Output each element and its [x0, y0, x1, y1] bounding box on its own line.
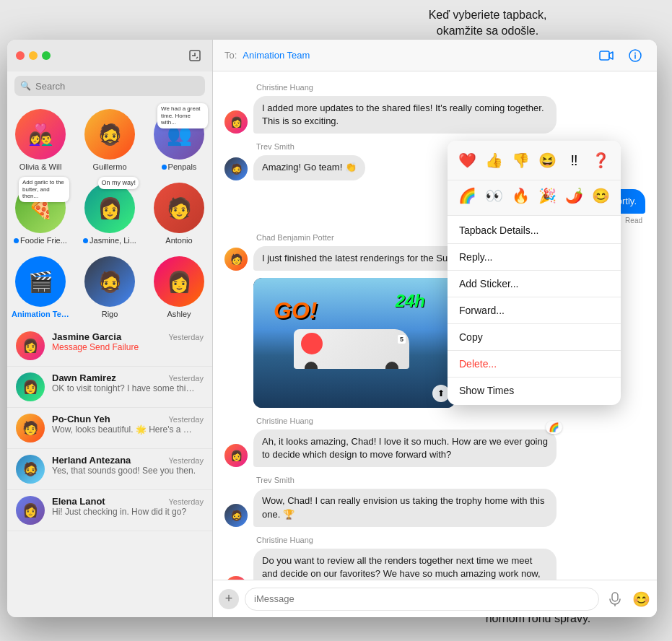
svg-rect-8: [612, 593, 618, 601]
tapback-haha[interactable]: 😆: [536, 148, 559, 173]
add-attachment-button[interactable]: +: [219, 589, 239, 609]
pinned-item-foodie[interactable]: 🍕 Add garlic to the butter, and then... …: [7, 178, 74, 249]
svg-line-3: [196, 57, 198, 58]
tapback-chili[interactable]: 🌶️: [563, 183, 585, 208]
avatar: 👩: [154, 256, 204, 307]
pinned-item-rigo[interactable]: 🧔 Rigo: [77, 252, 143, 323]
conv-name: Herland Antezana: [52, 455, 131, 466]
pinned-contacts-grid: 👩‍❤️‍👨 Olivia & Will 🧔 Guillermo 👥: [7, 102, 212, 326]
conversation-item-elena[interactable]: 👩 Elena Lanot Yesterday Hi! Just checkin…: [7, 490, 212, 531]
chat-header: To: Animation Team: [213, 40, 657, 71]
conv-info: Jasmine Garcia Yesterday Message Send Fa…: [52, 331, 204, 352]
conv-avatar: 👩: [16, 372, 45, 401]
gif-go-text: GO!: [274, 297, 317, 324]
conv-time: Yesterday: [168, 497, 204, 506]
msg-bubble[interactable]: I added more updates to the shared files…: [253, 96, 557, 134]
msg-bubble[interactable]: Amazing! Go team! 👏: [253, 155, 365, 180]
copy-item[interactable]: Copy: [448, 326, 621, 349]
tapback-eyes[interactable]: 👀: [483, 183, 505, 208]
tapback-thumbsup[interactable]: 👍: [483, 148, 505, 173]
msg-row: 👩 Do you want to review all the renders …: [224, 549, 645, 580]
menu-divider: [448, 243, 621, 244]
search-icon: 🔍: [20, 81, 31, 91]
sidebar-titlebar: [7, 40, 212, 71]
tapback-exclaim[interactable]: ‼️: [563, 148, 585, 173]
avatar-container: 🍕 Add garlic to the butter, and then...: [15, 183, 66, 233]
emoji-button[interactable]: 😊: [631, 589, 651, 609]
conv-time: Yesterday: [168, 456, 204, 465]
conversation-item-dawn[interactable]: 👩 Dawn Ramirez Yesterday OK to visit ton…: [7, 367, 212, 408]
svg-rect-4: [600, 51, 609, 60]
conv-info: Herland Antezana Yesterday Yes, that sou…: [52, 455, 204, 476]
minimize-button[interactable]: [29, 51, 38, 60]
conversation-item-pochun[interactable]: 🧑 Po-Chun Yeh Yesterday Wow, looks beaut…: [7, 408, 212, 449]
msg-bubble-container: Ah, it looks amazing, Chad! I love it so…: [253, 429, 557, 467]
msg-row: 👩 Ah, it looks amazing, Chad! I love it …: [224, 429, 645, 467]
pinned-name: Foodie Frie...: [14, 236, 67, 245]
svg-point-7: [634, 52, 636, 53]
avatar-container: 🧑: [154, 183, 204, 233]
msg-gif[interactable]: GO! 24h 5: [253, 278, 455, 408]
msg-bubble[interactable]: Ah, it looks amazing, Chad! I love it so…: [253, 429, 557, 467]
conversations-list: 👩 Jasmine Garcia Yesterday Message Send …: [7, 326, 212, 617]
compose-button[interactable]: [186, 47, 204, 64]
conv-preview: Yes, that sounds good! See you then.: [52, 466, 196, 476]
conversation-item-herland[interactable]: 🧔 Herland Antezana Yesterday Yes, that s…: [7, 449, 212, 490]
conv-preview: Hi! Just checking in. How did it go?: [52, 507, 196, 517]
tapback-question[interactable]: ❓: [590, 148, 612, 173]
speech-bubble: We had a great time. Home with...: [157, 103, 208, 128]
menu-divider: [448, 297, 621, 297]
menu-divider: [448, 270, 621, 271]
conv-preview: Message Send Failure: [52, 342, 196, 352]
tapback-thumbsdown[interactable]: 👎: [510, 148, 532, 173]
conv-time: Yesterday: [168, 415, 204, 424]
avatar: 🎬: [15, 256, 66, 307]
gif-car: 5: [294, 329, 409, 369]
msg-bubble[interactable]: Do you want to review all the renders to…: [253, 549, 557, 580]
delete-item[interactable]: Delete...: [448, 352, 621, 375]
conv-name: Dawn Ramirez: [52, 372, 116, 383]
menu-divider: [448, 377, 621, 378]
pinned-item-ashley[interactable]: 👩 Ashley: [146, 252, 212, 323]
avatar-container: 🎬: [15, 256, 66, 307]
tapback-party[interactable]: 🎉: [536, 183, 559, 208]
msg-row: 👩 I added more updates to the shared fil…: [224, 96, 645, 134]
pinned-item-jasmine-li[interactable]: 👩 On my way! Jasmine, Li...: [77, 178, 143, 249]
avatar-container: 🧔: [84, 256, 135, 307]
speech-bubble: On my way!: [98, 177, 139, 189]
pinned-item-guillermo[interactable]: 🧔 Guillermo: [77, 105, 143, 175]
close-button[interactable]: [16, 51, 25, 60]
msg-bubble[interactable]: Wow, Chad! I can really envision us taki…: [253, 489, 557, 526]
msg-sender: Trev Smith: [256, 476, 645, 484]
forward-item[interactable]: Forward...: [448, 299, 621, 322]
search-input[interactable]: [35, 81, 199, 92]
avatar: 🧔: [84, 256, 135, 307]
msg-avatar: 👩: [224, 444, 248, 467]
tapback-heart[interactable]: ❤️: [456, 148, 479, 173]
info-icon[interactable]: [625, 45, 645, 66]
pinned-item-animation-team[interactable]: 🎬 Animation Team: [7, 252, 74, 323]
tapback-rainbow[interactable]: 🌈: [456, 183, 479, 208]
tapback-fire[interactable]: 🔥: [510, 183, 532, 208]
pinned-name: Jasmine, Li...: [83, 236, 136, 245]
tapback-smiley[interactable]: 😊: [590, 183, 612, 208]
tapback-details-item[interactable]: Tapback Details...: [448, 219, 621, 242]
fullscreen-button[interactable]: [42, 51, 51, 60]
msg-avatar: 🧔: [224, 157, 248, 180]
video-call-icon[interactable]: [596, 45, 616, 66]
pinned-item-olivia-will[interactable]: 👩‍❤️‍👨 Olivia & Will: [7, 105, 74, 175]
pinned-name: Animation Team: [12, 310, 69, 318]
audio-message-button[interactable]: [605, 589, 625, 609]
gif-content: GO! 24h 5: [253, 278, 455, 408]
pinned-item-penpals[interactable]: 👥 We had a great time. Home with... Penp…: [146, 105, 212, 175]
pinned-item-antonio[interactable]: 🧑 Antonio: [146, 178, 212, 249]
msg-avatar: 🧑: [224, 248, 248, 271]
message-input[interactable]: [245, 588, 599, 611]
reply-item[interactable]: Reply...: [448, 245, 621, 269]
tapback-badge: 🌈: [546, 421, 562, 434]
msg-sender: Christine Huang: [256, 536, 645, 544]
add-sticker-item[interactable]: Add Sticker...: [448, 272, 621, 295]
show-times-item[interactable]: Show Times: [448, 379, 621, 402]
avatar-container: 👩‍❤️‍👨: [15, 109, 66, 160]
conversation-item-jasmine[interactable]: 👩 Jasmine Garcia Yesterday Message Send …: [7, 326, 212, 367]
